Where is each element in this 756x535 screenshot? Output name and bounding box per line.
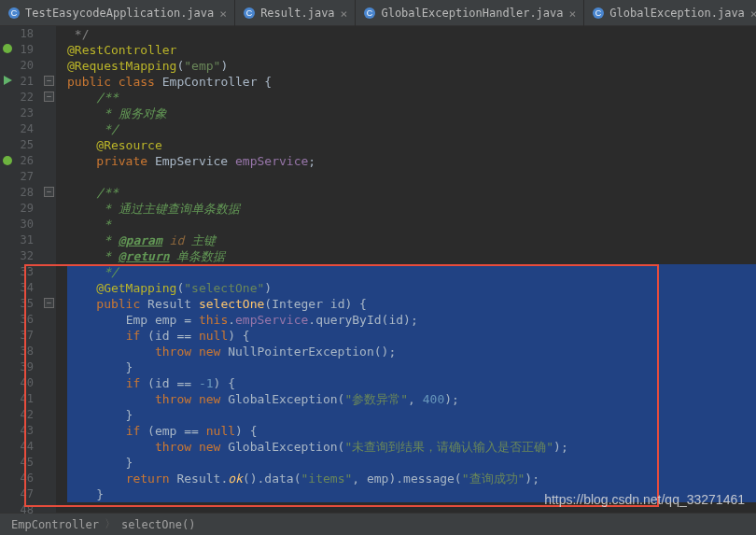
code-line: * 服务对象 xyxy=(67,106,756,121)
line-number: 23 xyxy=(0,106,34,121)
code-line: * @param id 主键 xyxy=(67,232,756,248)
code-area[interactable]: */ @RestController @RequestMapping("emp"… xyxy=(43,26,756,513)
svg-point-10 xyxy=(3,44,12,53)
code-line: @GetMapping("selectOne") xyxy=(67,280,756,296)
code-line: } xyxy=(67,455,756,471)
code-line: Emp emp = this.empService.queryById(id); xyxy=(67,312,756,328)
line-number: 43 xyxy=(0,423,34,439)
line-number: 40 xyxy=(0,375,34,391)
code-line: } xyxy=(67,407,756,423)
svg-text:C: C xyxy=(595,8,602,18)
line-number: 24 xyxy=(0,121,34,137)
line-number: 41 xyxy=(0,391,34,407)
line-number: 35 xyxy=(0,296,34,312)
line-number: 29 xyxy=(0,201,34,217)
code-line: @Resource xyxy=(67,137,756,153)
code-line: */ xyxy=(67,121,756,137)
close-icon[interactable]: × xyxy=(341,7,348,21)
code-line: } xyxy=(67,486,756,502)
svg-text:C: C xyxy=(11,8,18,18)
code-line: * xyxy=(67,217,756,232)
code-line: */ xyxy=(67,26,756,42)
code-line: * 通过主键查询单条数据 xyxy=(67,201,756,217)
svg-point-12 xyxy=(3,156,12,165)
editor-area[interactable]: 1819202122232425262728293031323334353637… xyxy=(0,26,756,513)
tab-label: Result.java xyxy=(260,7,334,20)
line-number: 48 xyxy=(0,502,34,518)
line-number: 44 xyxy=(0,439,34,455)
breadcrumb-method[interactable]: selectOne() xyxy=(121,518,195,531)
svg-marker-11 xyxy=(4,76,12,85)
line-number: 20 xyxy=(0,58,34,74)
code-line: throw new GlobalException("参数异常", 400); xyxy=(67,391,756,407)
java-class-icon: C xyxy=(363,7,376,20)
line-number: 18 xyxy=(0,26,34,42)
code-line xyxy=(67,169,756,185)
line-number: 38 xyxy=(0,344,34,359)
line-number: 22 xyxy=(0,90,34,106)
editor-tabs: C TestEasycodeApplication.java × C Resul… xyxy=(0,0,756,26)
code-line: public class EmpController { xyxy=(67,74,756,90)
tab-label: GlobalExceptionHandler.java xyxy=(381,7,563,20)
chevron-right-icon: 〉 xyxy=(105,516,116,532)
line-number: 46 xyxy=(0,471,34,486)
code-line: @RequestMapping("emp") xyxy=(67,58,756,74)
svg-text:C: C xyxy=(367,8,373,18)
spring-bean-icon[interactable] xyxy=(2,43,13,54)
line-number: 39 xyxy=(0,359,34,375)
code-line: private EmpService empService; xyxy=(67,153,756,169)
code-line: throw new GlobalException("未查询到结果，请确认输入是… xyxy=(67,439,756,455)
java-class-icon: C xyxy=(7,7,21,20)
java-class-icon: C xyxy=(243,7,256,20)
breadcrumb-class[interactable]: EmpController xyxy=(11,518,99,531)
code-line: if (emp == null) { xyxy=(67,423,756,439)
line-number: 47 xyxy=(0,486,34,502)
run-icon[interactable] xyxy=(2,75,13,86)
close-icon[interactable]: × xyxy=(750,7,756,21)
tab-label: GlobalException.java xyxy=(609,7,745,20)
code-line: return Result.ok().data("items", emp).me… xyxy=(67,471,756,486)
code-line: if (id == -1) { xyxy=(67,375,756,391)
tab-result[interactable]: C Result.java × xyxy=(235,0,356,26)
code-line: public Result selectOne(Integer id) { xyxy=(67,296,756,312)
tab-testeasycode[interactable]: C TestEasycodeApplication.java × xyxy=(0,0,235,26)
code-line xyxy=(67,502,756,518)
tab-globalexceptionhandler[interactable]: C GlobalExceptionHandler.java × xyxy=(356,0,584,26)
line-number: 33 xyxy=(0,264,34,280)
line-number: 27 xyxy=(0,169,34,185)
line-number: 28 xyxy=(0,185,34,201)
code-line: /** xyxy=(67,185,756,201)
spring-bean-icon[interactable] xyxy=(2,155,13,166)
code-line: @RestController xyxy=(67,42,756,58)
code-line: * @return 单条数据 xyxy=(67,248,756,264)
line-number: 31 xyxy=(0,232,34,248)
svg-text:C: C xyxy=(246,8,253,18)
line-number: 25 xyxy=(0,137,34,153)
java-class-icon: C xyxy=(592,7,605,20)
code-line: */ xyxy=(67,264,756,280)
code-line: throw new NullPointerException(); xyxy=(67,344,756,359)
line-number: 32 xyxy=(0,248,34,264)
line-number-gutter: 1819202122232425262728293031323334353637… xyxy=(0,26,43,513)
tab-label: TestEasycodeApplication.java xyxy=(25,7,214,20)
tab-globalexception[interactable]: C GlobalException.java × xyxy=(584,0,756,26)
code-line: } xyxy=(67,359,756,375)
line-number: 45 xyxy=(0,455,34,471)
close-icon[interactable]: × xyxy=(569,7,577,21)
line-number: 42 xyxy=(0,407,34,423)
close-icon[interactable]: × xyxy=(219,7,227,21)
line-number: 34 xyxy=(0,280,34,296)
code-line: /** xyxy=(67,90,756,106)
line-number: 36 xyxy=(0,312,34,328)
line-number: 30 xyxy=(0,217,34,232)
line-number: 37 xyxy=(0,328,34,344)
code-line: if (id == null) { xyxy=(67,328,756,344)
